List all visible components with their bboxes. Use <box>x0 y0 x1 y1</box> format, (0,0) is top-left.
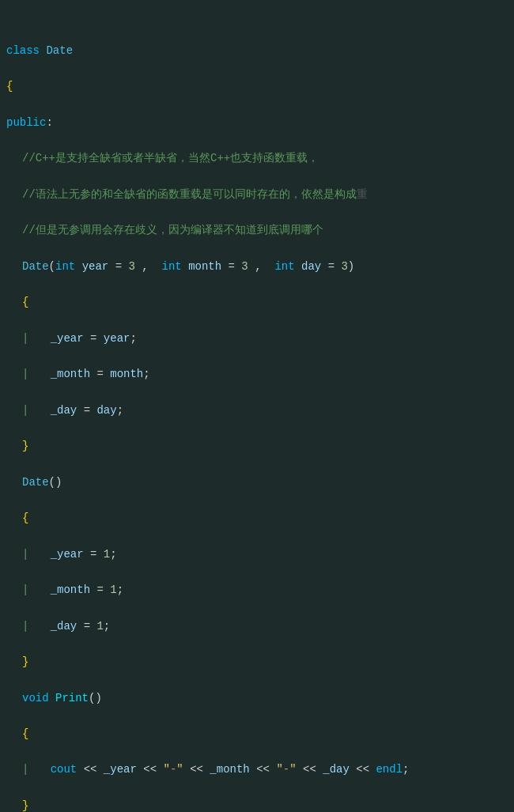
line-day-1: | _day = 1; <box>0 617 514 636</box>
line-year-1: | _year = 1; <box>0 546 514 564</box>
line-date-default: Date() <box>0 474 514 492</box>
line-comment-3: //但是无参调用会存在歧义，因为编译器不知道到底调用哪个 <box>0 221 514 240</box>
line-void-print: void Print() <box>0 689 514 708</box>
line-open-brace-2: { <box>0 293 514 312</box>
line-vbar-1: | _year = year; <box>0 330 514 348</box>
code-editor: class Date { public: //C++是支持全缺省或者半缺省，当然… <box>0 0 514 812</box>
line-close-brace-2: } <box>0 437 514 455</box>
line-public: public: <box>0 114 514 132</box>
line-comment-1: //C++是支持全缺省或者半缺省，当然C++也支持函数重载， <box>0 149 514 168</box>
line-close-brace-4: } <box>0 797 514 812</box>
line-open-brace-4: { <box>0 725 514 743</box>
line-comment-2: //语法上无参的和全缺省的函数重载是可以同时存在的，依然是构成重 <box>0 186 514 204</box>
line-month-1: | _month = 1; <box>0 581 514 599</box>
line-cout: | cout << _year << "-" << _month << "-" … <box>0 761 514 779</box>
line-open-brace-3: { <box>0 509 514 527</box>
line-date-constructor: Date(int year = 3 , int month = 3 , int … <box>0 258 514 276</box>
line-class-date: class Date <box>0 42 514 60</box>
line-close-brace-3: } <box>0 653 514 671</box>
line-vbar-2: | _month = month; <box>0 365 514 383</box>
line-open-brace-1: { <box>0 77 514 96</box>
line-vbar-3: | _day = day; <box>0 402 514 420</box>
